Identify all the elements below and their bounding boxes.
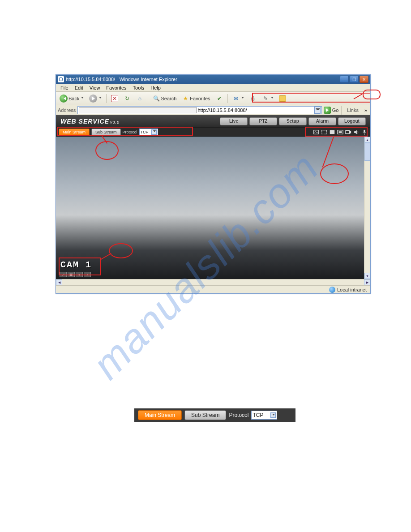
scroll-down-arrow[interactable]: ▼ <box>364 273 370 279</box>
go-icon <box>324 107 331 114</box>
svg-rect-2 <box>330 130 335 134</box>
zoom-icon[interactable]: ⤢ <box>60 272 67 277</box>
webservice-title: WEB SERVICEv3.0 <box>60 118 120 125</box>
webservice-toolbar: Main Stream Sub Stream Protocol TCP <box>56 128 370 137</box>
vertical-scrollbar[interactable]: ▲ ▼ <box>364 137 370 279</box>
page-icon <box>58 76 64 82</box>
protocol-select[interactable]: TCP <box>139 129 158 136</box>
menu-view[interactable]: View <box>87 85 103 91</box>
inset-protocol-label: Protocol <box>229 412 248 418</box>
browser-window: http://10.15.5.84:8088/ - Windows Intern… <box>56 74 371 294</box>
chevron-down-icon <box>151 129 157 135</box>
address-url: http://10.15.5.84:8088/ <box>198 107 314 113</box>
folder-icon <box>279 95 286 102</box>
zone-icon <box>329 287 335 293</box>
menu-tools[interactable]: Tools <box>130 85 147 91</box>
history-icon: ✔ <box>216 95 223 102</box>
snapshot-icon[interactable]: ▣ <box>68 272 75 277</box>
stop-icon: ✕ <box>111 95 118 102</box>
refresh-icon: ↻ <box>124 95 131 102</box>
inset-sub-stream-button[interactable]: Sub Stream <box>184 410 226 420</box>
go-button[interactable]: Go <box>324 107 339 114</box>
address-label: Address <box>58 107 76 113</box>
image-adjust-icon[interactable] <box>313 129 319 135</box>
addressbar: Address http://10.15.5.84:8088/ Go Links… <box>56 105 370 115</box>
protocol-value: TCP <box>141 130 149 134</box>
links-dropdown[interactable]: » <box>363 107 368 114</box>
main-stream-button[interactable]: Main Stream <box>59 129 90 136</box>
audio-icon[interactable]: ♪ <box>84 272 91 277</box>
scroll-left-arrow[interactable]: ◀ <box>56 279 62 285</box>
inset-main-stream-button[interactable]: Main Stream <box>138 410 182 420</box>
address-dropdown[interactable] <box>314 107 321 114</box>
record-icon[interactable]: ● <box>76 272 83 277</box>
edit-button[interactable]: ✎ <box>260 94 275 103</box>
inset-protocol-value: TCP <box>253 412 263 418</box>
folder-button[interactable] <box>277 94 288 103</box>
mail-icon: ✉ <box>232 95 240 102</box>
scroll-up-arrow[interactable]: ▲ <box>364 137 370 143</box>
mail-button[interactable]: ✉ <box>231 94 246 103</box>
tab-alarm[interactable]: Alarm <box>308 117 336 125</box>
nav-tabs: Live PTZ Setup Alarm Logout <box>220 117 366 125</box>
svg-rect-4 <box>339 131 342 133</box>
zone-label: Local intranet <box>337 287 367 292</box>
menu-file[interactable]: File <box>58 85 71 91</box>
camera-label: CAM 1 <box>60 260 92 270</box>
chevron-down-icon <box>270 412 276 418</box>
menubar: File Edit View Favorites Tools Help <box>56 84 370 92</box>
scroll-thumb[interactable] <box>364 143 370 161</box>
menu-edit[interactable]: Edit <box>72 85 86 91</box>
forward-button[interactable] <box>87 94 103 103</box>
links-label[interactable]: Links <box>344 107 361 113</box>
page-icon <box>79 107 196 113</box>
tab-logout[interactable]: Logout <box>338 117 366 125</box>
tab-ptz[interactable]: PTZ <box>249 117 277 125</box>
print-button[interactable]: ⎙ <box>248 94 258 103</box>
inset-protocol-select[interactable]: TCP <box>251 411 277 420</box>
webservice-header: WEB SERVICEv3.0 Live PTZ Setup Alarm Log… <box>56 115 370 128</box>
video-area: CAM 1 ⤢ ▣ ● ♪ <box>56 137 370 279</box>
camera-controls: ⤢ ▣ ● ♪ <box>60 272 91 277</box>
fluency-icon[interactable] <box>345 129 351 135</box>
search-icon: 🔍 <box>153 95 160 102</box>
svg-rect-1 <box>322 130 327 134</box>
microphone-icon[interactable] <box>361 129 368 135</box>
protocol-label: Protocol <box>123 130 137 134</box>
favorites-button[interactable]: ★Favorites <box>180 94 212 103</box>
search-button[interactable]: 🔍Search <box>151 94 178 103</box>
horizontal-scrollbar[interactable]: ◀ ▶ <box>56 279 370 285</box>
home-button[interactable]: ⌂ <box>134 94 145 103</box>
back-button[interactable]: Back <box>58 94 86 103</box>
statusbar: Local intranet <box>56 285 370 293</box>
window-title: http://10.15.5.84:8088/ - Windows Intern… <box>66 77 340 82</box>
tab-live[interactable]: Live <box>220 117 248 125</box>
history-button[interactable]: ✔ <box>214 94 225 103</box>
home-icon: ⌂ <box>136 95 143 102</box>
address-input[interactable]: http://10.15.5.84:8088/ <box>77 106 321 114</box>
page-viewport: WEB SERVICEv3.0 Live PTZ Setup Alarm Log… <box>56 115 370 285</box>
star-icon: ★ <box>182 95 189 102</box>
refresh-button[interactable]: ↻ <box>122 94 133 103</box>
arrow-left-icon <box>60 94 68 103</box>
window-minimize-button[interactable]: — <box>340 76 349 83</box>
svg-rect-6 <box>364 129 365 132</box>
tab-setup[interactable]: Setup <box>279 117 307 125</box>
menu-favorites[interactable]: Favorites <box>103 85 129 91</box>
fullscreen-icon[interactable] <box>329 129 335 135</box>
sub-stream-button[interactable]: Sub Stream <box>91 129 121 136</box>
original-size-icon[interactable] <box>321 129 327 135</box>
speaker-icon[interactable] <box>353 129 360 135</box>
ratio-icon[interactable] <box>337 129 343 135</box>
scroll-right-arrow[interactable]: ▶ <box>364 279 370 285</box>
arrow-right-icon <box>89 94 97 103</box>
window-close-button[interactable]: ✕ <box>360 76 368 83</box>
encode-bar-inset: Main Stream Sub Stream Protocol TCP <box>134 408 295 422</box>
menu-help[interactable]: Help <box>148 85 163 91</box>
titlebar: http://10.15.5.84:8088/ - Windows Intern… <box>56 75 370 84</box>
stop-button[interactable]: ✕ <box>109 94 120 103</box>
print-icon: ⎙ <box>249 95 257 102</box>
window-maximize-button[interactable]: ☐ <box>350 76 359 83</box>
browser-toolbar: Back ✕ ↻ ⌂ 🔍Search ★Favorites ✔ ✉ ⎙ ✎ <box>56 92 370 105</box>
edit-icon: ✎ <box>262 95 269 102</box>
